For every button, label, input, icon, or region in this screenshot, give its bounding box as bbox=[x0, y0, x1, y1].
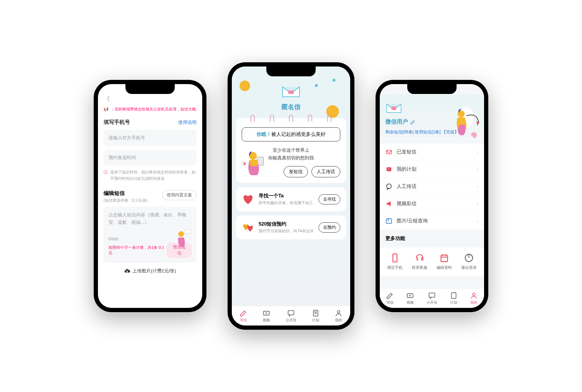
chat-bubble-icon bbox=[385, 183, 392, 190]
tab-public[interactable]: 公开信 bbox=[427, 292, 437, 305]
mail-icon bbox=[281, 84, 301, 98]
power-icon bbox=[464, 253, 474, 263]
bind-phone[interactable]: 绑定手机 bbox=[387, 253, 403, 270]
function-grid: 绑定手机 联系客服 编辑资料 退出登录 bbox=[380, 247, 484, 276]
tab-public[interactable]: 公开信 bbox=[286, 309, 296, 323]
phone-1-write-sms: 〈 📢 ，否则将报警移交给相关公安机关处理，短信大概1- 填写手机号 使用说明 … bbox=[94, 80, 206, 312]
pencil-icon bbox=[386, 292, 394, 299]
person-illustration bbox=[171, 228, 192, 249]
person-reading-illustration bbox=[240, 147, 271, 179]
cost-text: 按照65个字一条计算，共1条 0.1元 bbox=[109, 245, 167, 255]
tab-mine[interactable]: 我的 bbox=[335, 309, 342, 323]
svg-point-18 bbox=[395, 260, 395, 261]
svg-rect-7 bbox=[288, 310, 294, 315]
template-button[interactable]: 使用内置文案 bbox=[162, 190, 197, 200]
calendar-icon bbox=[439, 253, 449, 263]
svg-point-15 bbox=[386, 184, 391, 189]
tab-video[interactable]: 视频 bbox=[406, 292, 414, 305]
edit-title: 编辑短信 bbox=[104, 190, 148, 197]
profile-header: 微信用户 剩余短信[99条] 使用短信[1条] 【充值】 bbox=[380, 95, 484, 144]
pencil-icon bbox=[240, 309, 247, 317]
tab-write[interactable]: 写信 bbox=[386, 292, 394, 305]
menu-list: 已发短信› 我的计划› 人工传话› 视频彩信› 图片/云链查询› bbox=[380, 144, 484, 230]
cloud-upload-icon bbox=[124, 268, 130, 274]
time-input[interactable]: 预约发送时间 bbox=[104, 150, 197, 166]
tab-video[interactable]: 视频 bbox=[262, 309, 270, 323]
speaker-icon: 📢 bbox=[104, 107, 109, 112]
svg-rect-16 bbox=[386, 219, 392, 223]
svg-rect-22 bbox=[429, 293, 435, 297]
menu-my-plan[interactable]: 我的计划› bbox=[380, 161, 484, 178]
svg-rect-23 bbox=[451, 292, 456, 298]
go-schedule-button[interactable]: 去预约 bbox=[318, 222, 340, 233]
svg-point-0 bbox=[178, 231, 184, 237]
info-icon: ⓘ bbox=[104, 169, 107, 182]
menu-video-mms[interactable]: 视频彩信› bbox=[380, 195, 484, 213]
svg-rect-13 bbox=[386, 150, 392, 154]
phone-3-profile: 微信用户 剩余短信[99条] 使用短信[1条] 【充值】 已发短信› 我的计划› bbox=[376, 80, 488, 312]
notice-banner: 📢 ，否则将报警移交给相关公安机关处理，短信大概1- bbox=[104, 107, 197, 112]
play-icon bbox=[262, 309, 270, 317]
time-hint: ⓘ 选择了指定时间，我们将在指定时间给你答复，如不预约时间以付款完成时间发送 bbox=[104, 169, 197, 182]
svg-rect-19 bbox=[441, 255, 448, 262]
help-link[interactable]: 使用说明 bbox=[178, 119, 197, 126]
chat-icon bbox=[287, 309, 295, 317]
tab-mine[interactable]: 我的 bbox=[470, 292, 478, 305]
menu-human-relay[interactable]: 人工传话› bbox=[380, 178, 484, 195]
header: 匿名信 bbox=[236, 81, 346, 118]
tabbar: 写信 视频 公开信 计划 我的 bbox=[232, 306, 350, 325]
svg-rect-10 bbox=[391, 107, 396, 110]
phone-icon bbox=[390, 253, 400, 263]
back-button[interactable]: 〈 bbox=[104, 95, 197, 103]
find-ta-card[interactable]: 寻找一个Ta 探寻有趣的灵魂，发现属于自己 去寻找 bbox=[236, 187, 346, 211]
edit-icon bbox=[410, 119, 416, 125]
logout[interactable]: 退出登录 bbox=[461, 253, 477, 270]
play-icon bbox=[406, 292, 414, 299]
svg-point-24 bbox=[473, 293, 475, 295]
envelope-icon bbox=[385, 148, 392, 156]
person-icon bbox=[335, 309, 342, 317]
clipboard-icon bbox=[312, 309, 320, 317]
send-sms-button[interactable]: 发短信 bbox=[284, 166, 308, 177]
svg-rect-1 bbox=[185, 229, 191, 234]
edit-profile[interactable]: 编辑资料 bbox=[436, 253, 452, 270]
svg-point-9 bbox=[338, 310, 340, 313]
message-textarea[interactable]: 点击输入短信内容（情感、表白、早晚安、道歉、祝福...） 0/900 按照65个… bbox=[104, 207, 197, 263]
svg-rect-17 bbox=[393, 254, 397, 262]
mail-icon bbox=[385, 102, 402, 114]
menu-sent-sms[interactable]: 已发短信› bbox=[380, 144, 484, 161]
person-icon bbox=[470, 292, 478, 299]
menu-image-query[interactable]: 图片/云链查询› bbox=[380, 213, 484, 230]
schedule-card[interactable]: 520短信预约 预约节日祝福短信，向TA表达深 去预约 bbox=[236, 215, 346, 239]
megaphone-icon bbox=[385, 200, 392, 207]
upload-button[interactable]: 上传图片(计费2元/张) bbox=[104, 263, 197, 274]
price-hint: (短信发送价格：0.1元/条) bbox=[104, 198, 148, 203]
go-find-button[interactable]: 去寻找 bbox=[318, 194, 340, 204]
quote-box: 你瞧！被人记起的感觉多么美好 bbox=[242, 127, 340, 141]
more-functions-title: 更多功能 bbox=[380, 230, 484, 247]
phone-input[interactable]: 请输入对方手机号 bbox=[104, 130, 197, 146]
tab-plan[interactable]: 计划 bbox=[450, 292, 458, 305]
quote-card: 你瞧！被人记起的感觉多么美好 至少在这个世界上你能真真切切的想到我 发短信 人工… bbox=[236, 118, 346, 183]
tab-write[interactable]: 写信 bbox=[240, 309, 247, 323]
chat-icon bbox=[428, 292, 436, 299]
phone-section-title: 填写手机号 bbox=[104, 119, 130, 126]
hearts-icon bbox=[242, 221, 254, 234]
contact-support[interactable]: 联系客服 bbox=[412, 253, 427, 270]
plan-icon bbox=[385, 166, 392, 173]
clipboard-icon bbox=[450, 292, 458, 299]
notice-text: ，否则将报警移交给相关公安机关处理，短信大概1- bbox=[111, 107, 197, 112]
headset-icon bbox=[415, 253, 425, 263]
phone-2-home: 匿名信 你瞧！被人记起的感觉多么美好 至少在这个世界上你能真真切切的想到我 发短… bbox=[228, 62, 354, 330]
svg-rect-4 bbox=[250, 160, 258, 166]
tab-plan[interactable]: 计划 bbox=[312, 309, 320, 323]
heart-icon bbox=[242, 193, 254, 206]
image-query-icon bbox=[385, 217, 392, 225]
human-relay-button[interactable]: 人工传话 bbox=[311, 166, 340, 177]
tabbar: 写信 视频 公开信 计划 我的 bbox=[380, 288, 484, 308]
